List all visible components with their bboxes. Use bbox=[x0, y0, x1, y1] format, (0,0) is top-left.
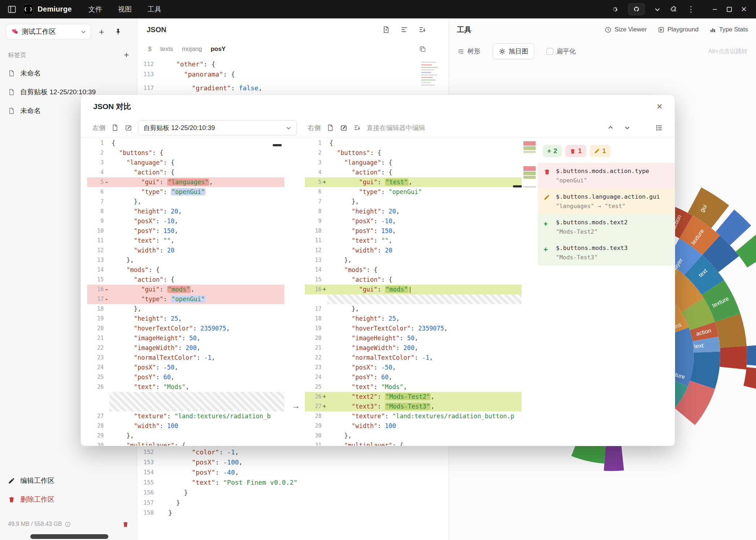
breadcrumb-item[interactable]: mojang bbox=[182, 46, 202, 53]
right-file-icon[interactable] bbox=[327, 124, 334, 131]
sidebar-scrollbar[interactable] bbox=[30, 534, 108, 539]
tabs-section-label: 标签页 bbox=[8, 51, 26, 59]
sidebar-item-untitled-1[interactable]: 未命名 bbox=[0, 64, 137, 83]
tab-label: 未命名 bbox=[20, 106, 41, 116]
bar-chart-icon bbox=[709, 26, 716, 33]
breadcrumb: $ texts mojang posY bbox=[137, 41, 449, 57]
size-viewer-button[interactable]: Size Viewer bbox=[605, 26, 647, 33]
edit-in-editor-hint: 直接在编辑器中编辑 bbox=[367, 124, 425, 132]
trash-icon bbox=[8, 496, 15, 503]
add-tab-button[interactable]: + bbox=[124, 49, 129, 60]
tools-title: 工具 bbox=[457, 25, 471, 35]
type-stats-button[interactable]: Type Stats bbox=[709, 26, 748, 33]
delete-workspace-button[interactable]: 删除工作区 bbox=[0, 491, 137, 508]
breadcrumb-current[interactable]: posY bbox=[211, 46, 226, 53]
info-icon bbox=[65, 521, 71, 527]
diff-change-added[interactable]: + $.buttons.mods.text3"Mods-Test3" bbox=[538, 240, 675, 265]
pencil-icon bbox=[594, 148, 600, 154]
diff-list-icon[interactable] bbox=[655, 124, 663, 132]
right-side-label: 右侧 bbox=[308, 124, 321, 132]
delete-workspace-label: 删除工作区 bbox=[20, 495, 55, 504]
breadcrumb-root[interactable]: $ bbox=[148, 46, 151, 53]
checkbox-icon bbox=[547, 48, 553, 55]
new-file-icon[interactable] bbox=[382, 26, 390, 34]
document-icon bbox=[8, 107, 15, 115]
svg-text:text: text bbox=[694, 342, 704, 350]
right-pane-scroll-indicator[interactable] bbox=[513, 185, 522, 187]
pin-button[interactable] bbox=[112, 26, 124, 38]
chevron-down-icon[interactable] bbox=[654, 6, 661, 13]
workspace-name: 测试工作区 bbox=[22, 27, 56, 36]
sun-icon bbox=[499, 48, 506, 55]
sort-icon[interactable] bbox=[418, 26, 426, 34]
next-diff-button[interactable] bbox=[621, 122, 634, 133]
edit-workspace-label: 编辑工作区 bbox=[20, 476, 55, 485]
minimize-button[interactable]: − bbox=[712, 6, 717, 13]
json-compare-dialog: JSON 对比 × 左侧 自剪贴板 12-25/20:10:39 右侧 直接在编… bbox=[81, 95, 675, 446]
right-edit-icon[interactable] bbox=[340, 124, 347, 131]
maximize-button[interactable] bbox=[727, 7, 732, 12]
diff-left-pane[interactable]: 1{2 "buttons": {3 "language": {4 "action… bbox=[87, 138, 284, 446]
plus-icon: + bbox=[544, 219, 552, 235]
app-logo: { } bbox=[23, 4, 33, 14]
github-icon bbox=[633, 6, 640, 13]
tab-sunburst-view[interactable]: 旭日图 bbox=[493, 43, 534, 59]
diff-right-pane[interactable]: 1{2 "buttons": {3 "language": {4 "action… bbox=[305, 138, 522, 446]
left-file-icon[interactable] bbox=[111, 124, 119, 131]
format-icon[interactable] bbox=[400, 26, 408, 34]
storage-info: 49.9 MB / 558.43 GB bbox=[0, 517, 137, 531]
playground-button[interactable]: Playground bbox=[658, 26, 699, 33]
add-workspace-button[interactable]: + bbox=[95, 26, 108, 38]
copy-path-icon[interactable] bbox=[419, 46, 438, 53]
workspace-selector[interactable]: 测试工作区 bbox=[6, 24, 91, 39]
left-edit-icon[interactable] bbox=[125, 124, 132, 131]
menu-tools[interactable]: 工具 bbox=[148, 5, 161, 14]
storage-text: 49.9 MB / 558.43 GB bbox=[8, 521, 62, 527]
added-count-badge[interactable]: +2 bbox=[543, 145, 562, 157]
more-kebab-icon[interactable]: ⋮ bbox=[687, 5, 695, 14]
flatten-checkbox[interactable]: 扁平化 bbox=[547, 47, 576, 56]
document-icon bbox=[8, 70, 15, 77]
menu-bar: 文件 视图 工具 bbox=[88, 5, 161, 14]
trash-icon bbox=[544, 168, 552, 184]
diff-change-added[interactable]: + $.buttons.mods.text2"Mods-Test2" bbox=[538, 214, 675, 240]
menu-view[interactable]: 视图 bbox=[118, 5, 132, 14]
app-name: Demiurge bbox=[38, 5, 72, 13]
settings-gear-icon[interactable] bbox=[611, 5, 619, 13]
format-sort-icon[interactable] bbox=[353, 124, 361, 131]
edit-workspace-button[interactable]: 编辑工作区 bbox=[0, 472, 137, 489]
clear-storage-trash-icon[interactable] bbox=[122, 521, 129, 528]
trash-icon bbox=[570, 148, 576, 154]
left-source-select[interactable]: 自剪贴板 12-25/20:10:39 bbox=[138, 120, 297, 135]
modified-count-badge[interactable]: 1 bbox=[590, 145, 610, 157]
editor-code-bottom[interactable]: 152 "color": -1,153 "posX": -100,154 "po… bbox=[137, 447, 423, 534]
left-pane-scroll-indicator[interactable] bbox=[273, 144, 282, 146]
dialog-close-icon[interactable]: × bbox=[657, 101, 662, 112]
left-side-label: 左侧 bbox=[92, 124, 105, 132]
editor-title: JSON bbox=[147, 26, 166, 34]
pencil-icon bbox=[8, 477, 15, 484]
menu-file[interactable]: 文件 bbox=[88, 5, 102, 14]
extensions-puzzle-icon[interactable] bbox=[670, 5, 678, 13]
breadcrumb-item[interactable]: texts bbox=[160, 46, 173, 53]
jump-hint-text: Alt+点击以跳转 bbox=[708, 48, 747, 55]
prev-diff-button[interactable] bbox=[604, 122, 617, 133]
titlebar: { } Demiurge 文件 视图 工具 ⋮ − × bbox=[0, 0, 756, 18]
document-icon bbox=[8, 88, 15, 96]
diff-change-removed[interactable]: $.buttons.mods.action.type"openGui" bbox=[538, 163, 675, 189]
tab-label: 未命名 bbox=[20, 69, 41, 78]
sidebar-toggle-icon[interactable] bbox=[7, 5, 17, 14]
dialog-title: JSON 对比 bbox=[93, 101, 131, 112]
removed-count-badge[interactable]: 1 bbox=[565, 145, 586, 157]
apply-change-arrow[interactable]: → bbox=[290, 400, 302, 411]
tab-tree-view[interactable]: 树形 bbox=[458, 47, 480, 56]
github-button[interactable] bbox=[628, 3, 645, 15]
tree-icon bbox=[458, 48, 465, 55]
diff-summary-panel: +2 1 1 $.buttons.mods.action.type"openGu… bbox=[538, 138, 675, 446]
clock-icon bbox=[605, 26, 612, 33]
diff-change-modified[interactable]: $.buttons.language.action.gui"languages"… bbox=[538, 189, 675, 214]
left-source-value: 自剪贴板 12-25/20:10:39 bbox=[143, 124, 215, 132]
diff-minimap[interactable] bbox=[523, 138, 536, 446]
chevron-down-icon bbox=[81, 29, 86, 35]
close-button[interactable]: × bbox=[741, 4, 747, 15]
